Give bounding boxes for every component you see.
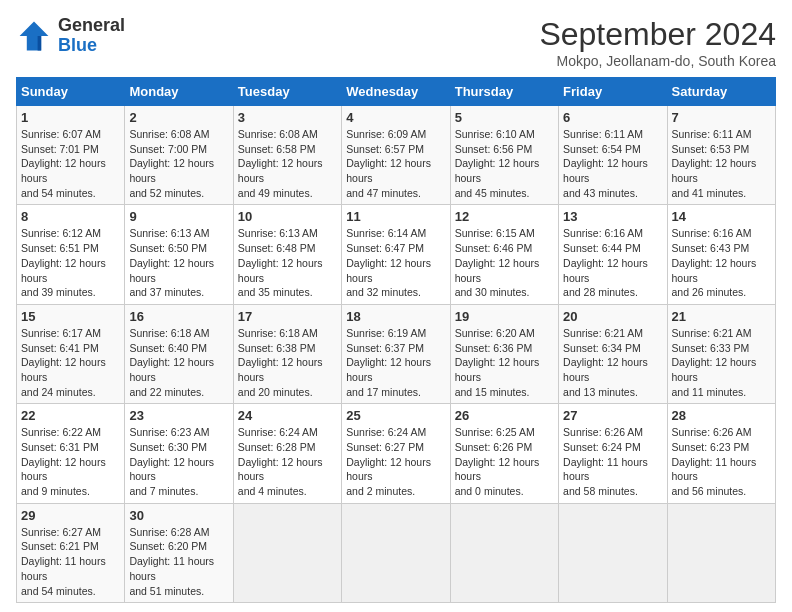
day-info: Sunrise: 6:16 AMSunset: 6:43 PMDaylight:… (672, 226, 771, 299)
logo-icon (16, 18, 52, 54)
weekday-header-tuesday: Tuesday (233, 78, 341, 106)
day-number: 6 (563, 110, 662, 125)
day-number: 18 (346, 309, 445, 324)
day-info: Sunrise: 6:24 AMSunset: 6:27 PMDaylight:… (346, 425, 445, 498)
day-info: Sunrise: 6:15 AMSunset: 6:46 PMDaylight:… (455, 226, 554, 299)
day-info: Sunrise: 6:26 AMSunset: 6:23 PMDaylight:… (672, 425, 771, 498)
calendar-cell: 14 Sunrise: 6:16 AMSunset: 6:43 PMDaylig… (667, 205, 775, 304)
calendar-cell: 2 Sunrise: 6:08 AMSunset: 7:00 PMDayligh… (125, 106, 233, 205)
day-number: 30 (129, 508, 228, 523)
calendar-cell: 27 Sunrise: 6:26 AMSunset: 6:24 PMDaylig… (559, 404, 667, 503)
page-header: General Blue September 2024 Mokpo, Jeoll… (16, 16, 776, 69)
day-number: 28 (672, 408, 771, 423)
day-info: Sunrise: 6:12 AMSunset: 6:51 PMDaylight:… (21, 226, 120, 299)
day-number: 10 (238, 209, 337, 224)
weekday-header-row: SundayMondayTuesdayWednesdayThursdayFrid… (17, 78, 776, 106)
day-info: Sunrise: 6:23 AMSunset: 6:30 PMDaylight:… (129, 425, 228, 498)
calendar-cell: 16 Sunrise: 6:18 AMSunset: 6:40 PMDaylig… (125, 304, 233, 403)
title-block: September 2024 Mokpo, Jeollanam-do, Sout… (539, 16, 776, 69)
day-number: 23 (129, 408, 228, 423)
calendar-cell: 6 Sunrise: 6:11 AMSunset: 6:54 PMDayligh… (559, 106, 667, 205)
calendar-cell: 19 Sunrise: 6:20 AMSunset: 6:36 PMDaylig… (450, 304, 558, 403)
day-info: Sunrise: 6:21 AMSunset: 6:33 PMDaylight:… (672, 326, 771, 399)
day-info: Sunrise: 6:27 AMSunset: 6:21 PMDaylight:… (21, 525, 120, 598)
day-info: Sunrise: 6:17 AMSunset: 6:41 PMDaylight:… (21, 326, 120, 399)
calendar-cell (559, 503, 667, 602)
calendar-cell (450, 503, 558, 602)
weekday-header-monday: Monday (125, 78, 233, 106)
calendar-table: SundayMondayTuesdayWednesdayThursdayFrid… (16, 77, 776, 603)
day-number: 20 (563, 309, 662, 324)
weekday-header-sunday: Sunday (17, 78, 125, 106)
day-number: 2 (129, 110, 228, 125)
month-title: September 2024 (539, 16, 776, 53)
calendar-cell: 7 Sunrise: 6:11 AMSunset: 6:53 PMDayligh… (667, 106, 775, 205)
day-number: 4 (346, 110, 445, 125)
day-number: 15 (21, 309, 120, 324)
calendar-cell: 12 Sunrise: 6:15 AMSunset: 6:46 PMDaylig… (450, 205, 558, 304)
day-number: 5 (455, 110, 554, 125)
day-number: 21 (672, 309, 771, 324)
calendar-cell: 9 Sunrise: 6:13 AMSunset: 6:50 PMDayligh… (125, 205, 233, 304)
calendar-cell (342, 503, 450, 602)
calendar-cell: 22 Sunrise: 6:22 AMSunset: 6:31 PMDaylig… (17, 404, 125, 503)
day-info: Sunrise: 6:11 AMSunset: 6:53 PMDaylight:… (672, 127, 771, 200)
calendar-cell: 11 Sunrise: 6:14 AMSunset: 6:47 PMDaylig… (342, 205, 450, 304)
calendar-cell: 25 Sunrise: 6:24 AMSunset: 6:27 PMDaylig… (342, 404, 450, 503)
day-info: Sunrise: 6:20 AMSunset: 6:36 PMDaylight:… (455, 326, 554, 399)
day-info: Sunrise: 6:28 AMSunset: 6:20 PMDaylight:… (129, 525, 228, 598)
day-info: Sunrise: 6:21 AMSunset: 6:34 PMDaylight:… (563, 326, 662, 399)
day-info: Sunrise: 6:24 AMSunset: 6:28 PMDaylight:… (238, 425, 337, 498)
calendar-week-row-2: 8 Sunrise: 6:12 AMSunset: 6:51 PMDayligh… (17, 205, 776, 304)
day-number: 19 (455, 309, 554, 324)
day-number: 9 (129, 209, 228, 224)
calendar-cell: 21 Sunrise: 6:21 AMSunset: 6:33 PMDaylig… (667, 304, 775, 403)
calendar-week-row-4: 22 Sunrise: 6:22 AMSunset: 6:31 PMDaylig… (17, 404, 776, 503)
day-info: Sunrise: 6:16 AMSunset: 6:44 PMDaylight:… (563, 226, 662, 299)
day-info: Sunrise: 6:13 AMSunset: 6:48 PMDaylight:… (238, 226, 337, 299)
calendar-cell: 8 Sunrise: 6:12 AMSunset: 6:51 PMDayligh… (17, 205, 125, 304)
calendar-cell: 1 Sunrise: 6:07 AMSunset: 7:01 PMDayligh… (17, 106, 125, 205)
day-info: Sunrise: 6:10 AMSunset: 6:56 PMDaylight:… (455, 127, 554, 200)
location: Mokpo, Jeollanam-do, South Korea (539, 53, 776, 69)
calendar-cell: 29 Sunrise: 6:27 AMSunset: 6:21 PMDaylig… (17, 503, 125, 602)
calendar-week-row-5: 29 Sunrise: 6:27 AMSunset: 6:21 PMDaylig… (17, 503, 776, 602)
day-info: Sunrise: 6:19 AMSunset: 6:37 PMDaylight:… (346, 326, 445, 399)
day-number: 24 (238, 408, 337, 423)
day-number: 22 (21, 408, 120, 423)
calendar-cell: 5 Sunrise: 6:10 AMSunset: 6:56 PMDayligh… (450, 106, 558, 205)
day-number: 17 (238, 309, 337, 324)
day-info: Sunrise: 6:13 AMSunset: 6:50 PMDaylight:… (129, 226, 228, 299)
day-info: Sunrise: 6:18 AMSunset: 6:40 PMDaylight:… (129, 326, 228, 399)
calendar-cell: 15 Sunrise: 6:17 AMSunset: 6:41 PMDaylig… (17, 304, 125, 403)
calendar-week-row-1: 1 Sunrise: 6:07 AMSunset: 7:01 PMDayligh… (17, 106, 776, 205)
day-number: 8 (21, 209, 120, 224)
weekday-header-saturday: Saturday (667, 78, 775, 106)
calendar-cell: 17 Sunrise: 6:18 AMSunset: 6:38 PMDaylig… (233, 304, 341, 403)
calendar-cell: 3 Sunrise: 6:08 AMSunset: 6:58 PMDayligh… (233, 106, 341, 205)
logo: General Blue (16, 16, 125, 56)
weekday-header-thursday: Thursday (450, 78, 558, 106)
day-number: 13 (563, 209, 662, 224)
day-info: Sunrise: 6:08 AMSunset: 6:58 PMDaylight:… (238, 127, 337, 200)
day-number: 14 (672, 209, 771, 224)
calendar-cell (233, 503, 341, 602)
svg-marker-0 (20, 21, 49, 50)
weekday-header-friday: Friday (559, 78, 667, 106)
day-info: Sunrise: 6:07 AMSunset: 7:01 PMDaylight:… (21, 127, 120, 200)
day-number: 26 (455, 408, 554, 423)
calendar-cell: 4 Sunrise: 6:09 AMSunset: 6:57 PMDayligh… (342, 106, 450, 205)
logo-text: General Blue (58, 16, 125, 56)
calendar-cell: 23 Sunrise: 6:23 AMSunset: 6:30 PMDaylig… (125, 404, 233, 503)
day-number: 12 (455, 209, 554, 224)
day-info: Sunrise: 6:25 AMSunset: 6:26 PMDaylight:… (455, 425, 554, 498)
day-number: 3 (238, 110, 337, 125)
day-number: 11 (346, 209, 445, 224)
day-info: Sunrise: 6:11 AMSunset: 6:54 PMDaylight:… (563, 127, 662, 200)
calendar-cell: 26 Sunrise: 6:25 AMSunset: 6:26 PMDaylig… (450, 404, 558, 503)
day-info: Sunrise: 6:26 AMSunset: 6:24 PMDaylight:… (563, 425, 662, 498)
day-number: 16 (129, 309, 228, 324)
day-info: Sunrise: 6:18 AMSunset: 6:38 PMDaylight:… (238, 326, 337, 399)
calendar-cell: 28 Sunrise: 6:26 AMSunset: 6:23 PMDaylig… (667, 404, 775, 503)
calendar-cell (667, 503, 775, 602)
